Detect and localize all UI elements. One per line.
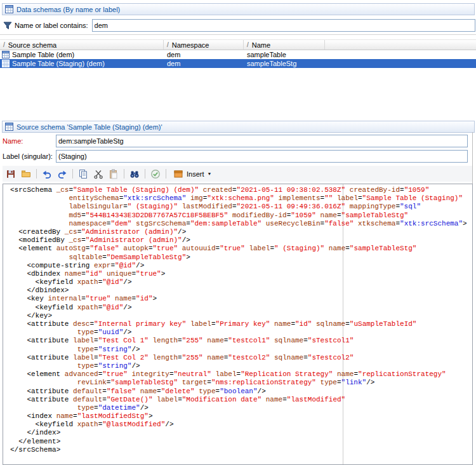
name-input[interactable] [56,135,468,147]
filter-separator [0,34,476,35]
table-header-row: / Source schema / Namespace / Name [0,39,476,50]
save-icon [6,169,16,179]
schema-table: / Source schema / Namespace / Name Sampl… [0,39,476,118]
insert-label: Insert [187,170,204,178]
code-line: <compute-string expr="@id"/> [10,262,472,270]
code-line: </key> [10,312,472,320]
toolbar-separator [166,169,166,179]
code-area[interactable]: <srcSchema _cs="Sample Table (Staging) (… [3,184,472,454]
toolbar-separator [145,169,145,179]
detail-title: Source schema 'Sample Table (Staging) (d… [17,123,162,131]
code-line: <key internal="true" name="id"> [10,295,472,303]
code-line: namespace="dem" stgSrcSchema="dem:sample… [10,220,472,228]
binoculars-icon [129,169,140,179]
data-schemas-title: Data schemas (By name or label) [17,6,120,13]
insert-icon [173,169,183,179]
cell-source-schema: Sample Table (Staging) (dem) [0,60,164,67]
cut-icon [93,169,103,179]
schema-icon [2,60,10,67]
column-header-empty [325,40,476,50]
editor-toolbar: Insert ▼ [3,166,473,182]
schema-icon [2,51,10,58]
cell-namespace: dem [164,60,244,67]
label-singular-input[interactable] [56,150,468,163]
code-line: <attribute default="false" name="delete"… [10,388,472,396]
paste-button[interactable] [107,168,121,180]
open-button[interactable] [19,168,33,180]
copy-icon [78,169,88,179]
code-line: </dbindex> [10,286,472,295]
cut-button[interactable] [91,168,105,180]
save-button[interactable] [4,168,18,180]
column-header-label: Source schema [8,41,56,49]
find-button[interactable] [128,168,142,180]
toolbar-separator [36,169,37,179]
toolbar-separator [124,169,124,179]
sort-indicator: / [3,41,5,48]
column-header-source-schema[interactable]: / Source schema [0,40,164,50]
undo-icon [42,169,52,179]
code-line: type="string"/> [10,362,472,370]
code-line: <modifiedBy _cs="Administrator (admin)"/… [10,236,472,245]
code-line: <srcSchema _cs="Sample Table (Staging) (… [10,186,472,194]
code-line: <element autoStg="false" autopk="true" a… [10,245,472,253]
code-line: type="datetime"/> [10,404,472,412]
code-line: sqltable="DemSampleTableStg"> [10,253,472,262]
table-row-selected[interactable]: Sample Table (Staging) (dem) dem sampleT… [0,59,476,68]
data-schemas-header: Data schemas (By name or label) [2,3,475,15]
schema-list-icon [5,5,13,13]
filter-label: Name or label contains: [15,22,88,29]
redo-button[interactable] [55,168,69,180]
filter-funnel-icon [3,21,12,30]
code-line: <attribute label="Test Col 1" length="25… [10,337,472,345]
redo-icon [57,169,67,179]
folder-open-icon [21,169,31,179]
code-line: <element advanced="true" integrity="neut… [10,370,472,379]
code-line: <dbindex name="id" unique="true"> [10,270,472,278]
undo-button[interactable] [40,168,54,180]
code-line: revLink="sampleTableStg" target="nms:rep… [10,379,472,387]
code-line: type="string"/> [10,346,472,354]
sort-indicator: / [167,41,169,48]
column-header-label: Namespace [172,41,209,49]
column-header-namespace[interactable]: / Namespace [164,40,244,50]
chevron-down-icon: ▼ [208,172,212,176]
column-header-name[interactable]: / Name [244,40,325,50]
filter-input[interactable] [92,19,475,32]
table-row[interactable]: Sample Table (dem) dem sampleTable [0,50,476,59]
paste-icon [109,169,119,179]
code-line: <attribute default="GetDate()" label="Mo… [10,396,472,404]
source-schema-label: Sample Table (Staging) (dem) [12,60,105,67]
pane-right-edge [472,132,473,184]
code-line: type="uuid"/> [10,328,472,337]
code-line: entitySchema="xtk:srcSchema" img="xtk:sc… [10,194,472,203]
validate-button[interactable] [149,168,162,180]
check-circle-icon [150,169,161,179]
toolbar-separator [72,169,73,179]
name-field-label: Name: [3,137,23,145]
label-singular-field-label: Label (singular): [3,152,53,160]
cell-source-schema: Sample Table (dem) [0,51,164,58]
code-line: </index> [10,429,472,437]
cell-namespace: dem [164,51,244,58]
cell-name: sampleTableStg [244,60,325,67]
source-schema-detail-header: Source schema 'Sample Table (Staging) (d… [2,121,475,133]
code-line: md5="544B14343E3D2DB7767A57C18F5BEBF5" m… [10,212,472,220]
code-line: <attribute desc="Internal primary key" l… [10,320,472,328]
copy-button[interactable] [76,168,90,180]
code-line: </element> [10,438,472,446]
insert-button[interactable]: Insert ▼ [169,168,215,180]
code-line: <keyfield xpath="@id"/> [10,304,472,312]
code-line: labelSingular=" (Staging)" lastModified=… [10,203,472,211]
code-line: <index name="lastModifiedStg"> [10,412,472,421]
source-schema-label: Sample Table (dem) [12,51,74,58]
code-line: <attribute label="Test Col 2" length="25… [10,354,472,362]
cell-name: sampleTable [244,51,325,58]
code-line: </srcSchema> [10,446,472,454]
schema-detail-icon [5,123,13,131]
xml-source-editor[interactable]: <srcSchema _cs="Sample Table (Staging) (… [3,184,473,465]
column-header-label: Name [252,41,270,49]
sort-indicator: / [247,41,249,48]
code-line: <keyfield xpath="@id"/> [10,278,472,286]
filter-row: Name or label contains: [2,18,475,32]
